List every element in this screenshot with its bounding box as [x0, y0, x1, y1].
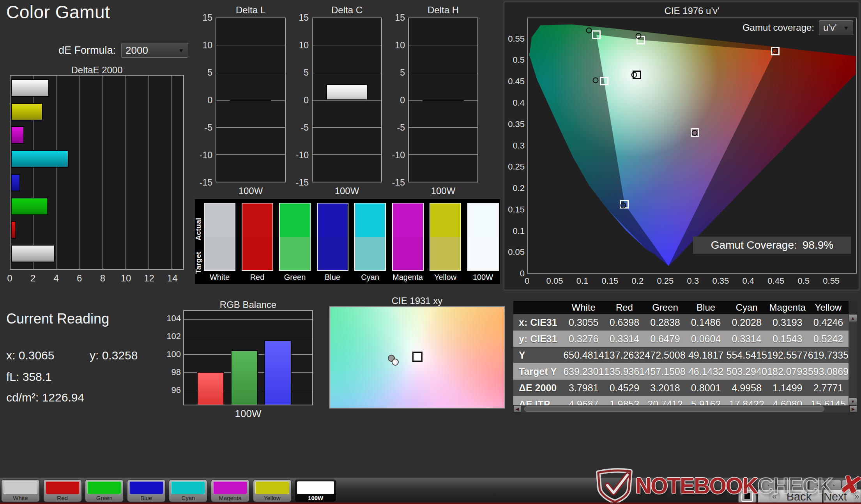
delta-zero-bar — [423, 99, 464, 101]
table-row: ΔE 20003.79810.45293.20180.80014.99581.1… — [513, 380, 849, 396]
uv-x-tick-0.55: 0.55 — [823, 276, 840, 286]
chart-title: Delta C — [312, 5, 382, 16]
swatch-label: White — [201, 273, 239, 282]
swatch-target-patch — [317, 237, 348, 271]
next-button[interactable]: Next » — [823, 489, 861, 504]
swatch-label: Green — [276, 273, 314, 282]
table-row-label: y: CIE31 — [513, 333, 563, 345]
scroll-up-button[interactable]: ▲ — [849, 314, 857, 322]
table-cell: 192.5577 — [767, 350, 808, 361]
table-header-cyan: Cyan — [726, 302, 767, 313]
uv-target-square-cyan — [600, 77, 608, 85]
gamut-coverage-label: Gamut coverage: — [743, 22, 814, 33]
y-tick-label: -15 — [292, 177, 309, 188]
table-cell: 0.6479 — [645, 333, 686, 345]
swatch-green: Green — [279, 203, 311, 282]
gridline — [313, 154, 381, 155]
uv-x-tick-0.15: 0.15 — [601, 276, 618, 286]
pattern-button-label: 100W — [295, 495, 336, 501]
cie-spectral-locus — [528, 18, 856, 273]
pattern-button-cyan[interactable]: Cyan — [169, 479, 207, 502]
gamut-coverage-dropdown[interactable]: u'v' ▼ — [819, 20, 853, 35]
uv-plot: Gamut Coverage: 98.9% — [527, 18, 857, 274]
y-tick-label: 5 — [389, 67, 405, 78]
chevron-right-icon: » — [853, 491, 861, 502]
deltae-bar-green — [11, 198, 48, 215]
back-button[interactable]: « Back — [758, 489, 822, 504]
uv-x-tick-0.2: 0.2 — [632, 276, 644, 286]
table-cell: 457.1508 — [645, 366, 686, 377]
scroll-right-button[interactable]: ▶ — [849, 405, 857, 412]
deltae-chart-title: DeltaE 2000 — [10, 65, 184, 76]
pattern-button-yellow[interactable]: Yellow — [253, 479, 292, 502]
pattern-button-red[interactable]: Red — [43, 479, 82, 502]
pattern-button-label: Red — [44, 495, 81, 501]
swatch-actual-patch — [354, 203, 386, 237]
uv-y-tick-0.15: 0.15 — [507, 205, 525, 215]
measurement-table: WhiteRedGreenBlueCyanMagentaYellow x: CI… — [513, 301, 857, 405]
next-button-label: Next — [824, 490, 847, 503]
y-tick-label: 15 — [389, 12, 405, 23]
swatch-actual-patch — [242, 203, 273, 237]
pattern-button-green[interactable]: Green — [85, 479, 124, 502]
gamut-coverage-value: 98.9% — [803, 239, 833, 251]
pattern-button-blue[interactable]: Blue — [127, 479, 166, 502]
de-formula-dropdown[interactable]: 2000 ▼ — [121, 43, 188, 58]
table-cell: 46.1432 — [686, 366, 727, 377]
deltae-bar-red — [11, 221, 16, 239]
uv-measured-circle-blue — [620, 203, 626, 209]
deltae-x-axis: 02468101214 — [10, 273, 184, 285]
pattern-button-label: Magenta — [211, 495, 249, 501]
table-cell: 593.0869 — [808, 366, 849, 377]
uv-y-tick-0.05: 0.05 — [507, 247, 525, 257]
pattern-button-100w[interactable]: 100W — [295, 479, 336, 502]
scroll-down-button[interactable]: ▼ — [849, 398, 857, 405]
y-tick-label: -5 — [196, 122, 212, 133]
swatch-target-patch — [204, 237, 235, 271]
table-cell: 650.4814 — [563, 350, 604, 361]
y-tick-label: -10 — [292, 150, 309, 161]
pattern-color-chip — [46, 481, 80, 494]
uv-x-tick-0.05: 0.05 — [546, 276, 563, 286]
chevron-down-icon: ▼ — [843, 25, 849, 31]
de-formula-label: dE Formula: — [58, 44, 116, 57]
gridline — [216, 127, 285, 128]
pattern-color-chip — [129, 481, 163, 494]
table-row-label: Target Y — [513, 366, 563, 377]
target-row-label: Target — [194, 249, 203, 276]
uv-measured-circle-magenta — [692, 130, 698, 136]
uv-target-square-green — [592, 30, 601, 39]
pattern-button-magenta[interactable]: Magenta — [211, 479, 249, 502]
swatch-target-patch — [467, 237, 499, 271]
gridline — [313, 127, 381, 128]
chart-title: Delta L — [216, 5, 286, 16]
table-cell: 0.3276 — [563, 333, 604, 345]
table-horizontal-scrollbar[interactable]: ◀ ▶ — [513, 405, 857, 412]
table-row: y: CIE310.32760.33140.64790.06040.33140.… — [513, 331, 849, 347]
pattern-color-chip — [87, 481, 121, 494]
pattern-button-white[interactable]: White — [1, 479, 40, 502]
table-header-yellow: Yellow — [808, 302, 849, 313]
scroll-left-button[interactable]: ◀ — [513, 405, 521, 412]
uv-y-tick-0: 0 — [507, 269, 525, 279]
rgb-y-tick-96: 96 — [165, 385, 181, 395]
gridline — [313, 46, 381, 46]
current-reading-fl: fL: 358.1 — [6, 370, 52, 384]
gamut-coverage-caption: Gamut Coverage: — [711, 239, 797, 251]
table-vertical-scrollbar[interactable]: ▲ ▼ — [849, 314, 857, 405]
y-tick-label: -5 — [292, 122, 309, 133]
chevron-left-icon: « — [769, 491, 780, 502]
table-cell: 0.5242 — [808, 333, 849, 345]
calman-color-gamut-screen: Color Gamut dE Formula: 2000 ▼ DeltaE 20… — [0, 0, 861, 504]
x-axis-label: 100W — [312, 186, 382, 196]
deltae-bar-100w — [11, 79, 49, 97]
table-cell: 137.2632 — [604, 350, 645, 361]
deltae-x-tick-0: 0 — [7, 273, 12, 284]
gridline — [216, 154, 285, 155]
swatch-label: Magenta — [389, 273, 427, 282]
scrollbar-thumb[interactable] — [524, 406, 824, 412]
uv-measured-circle-red — [772, 48, 778, 54]
pattern-color-chip — [297, 481, 334, 494]
cie-xy-plot — [329, 306, 505, 409]
stop-button[interactable] — [738, 488, 757, 504]
